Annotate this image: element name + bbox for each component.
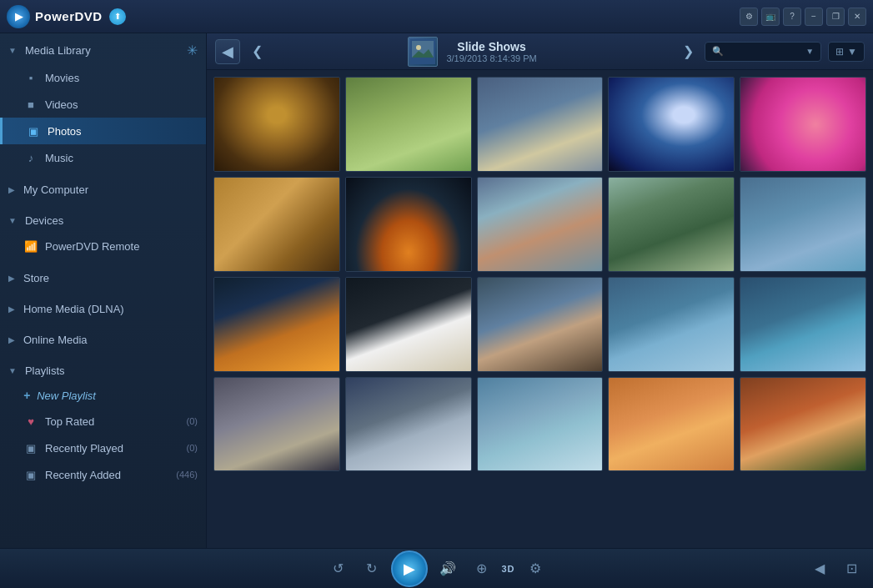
view-toggle-button[interactable]: ⊞ ▼ [828, 42, 865, 62]
photo-item[interactable] [477, 277, 604, 372]
heart-icon: ♥ [23, 414, 38, 429]
photo-item[interactable] [213, 377, 340, 472]
settings-btn[interactable]: ⚙ [740, 8, 758, 26]
remote-icon: 📶 [23, 239, 38, 254]
close-btn[interactable]: ✕ [848, 8, 866, 26]
bottombar: ↺ ↻ ▶ 🔊 ⊕ 3D ⚙ ◀ ⊡ [0, 548, 873, 588]
content-area: ◀ ❮ Slide Shows 3/19/2013 8:14:39 PM ❯ [207, 33, 873, 548]
sidebar-section-devices[interactable]: ▼ Devices [0, 209, 206, 233]
expand-arrow-online-media: ▶ [8, 335, 15, 344]
app-logo: ▶ [7, 5, 30, 28]
expand-icon[interactable]: ◀ [806, 555, 833, 582]
photo-item[interactable] [608, 277, 735, 372]
sidebar-section-playlists[interactable]: ▼ Playlists [0, 359, 206, 383]
rewind-button[interactable]: ↺ [324, 555, 351, 582]
sidebar-item-new-playlist[interactable]: + New Playlist [0, 383, 206, 408]
playlists-section: ▼ Playlists + New Playlist ♥ Top Rated (… [0, 355, 206, 491]
expand-arrow-playlists: ▼ [8, 366, 17, 375]
tv-mode-btn[interactable]: 📺 [761, 8, 780, 26]
content-toolbar: ◀ ❮ Slide Shows 3/19/2013 8:14:39 PM ❯ [207, 33, 873, 70]
photo-item[interactable] [477, 177, 604, 272]
next-button[interactable]: ❯ [678, 42, 698, 62]
sidebar-item-home-media[interactable]: ▶ Home Media (DLNA) [0, 297, 206, 321]
sidebar-section-media-library[interactable]: ▼ Media Library ✳ [0, 37, 206, 64]
photo-item[interactable] [740, 277, 866, 372]
sidebar-item-top-rated[interactable]: ♥ Top Rated (0) [0, 408, 206, 435]
recently-added-icon: ▣ [23, 467, 38, 482]
3d-badge[interactable]: 3D [501, 564, 514, 574]
photo-item[interactable] [477, 77, 604, 172]
photo-item[interactable] [213, 77, 340, 172]
loading-icon: ✳ [187, 43, 198, 58]
content-date: 3/19/2013 8:14:39 PM [446, 53, 536, 63]
view-dropdown-icon[interactable]: ▼ [847, 46, 857, 58]
photo-item[interactable] [608, 77, 735, 172]
photo-item[interactable] [608, 177, 735, 272]
help-btn[interactable]: ? [783, 8, 801, 26]
expand-arrow-home-media: ▶ [8, 304, 15, 314]
expand-arrow-media-library: ▼ [8, 46, 17, 55]
sidebar-item-recently-played[interactable]: ▣ Recently Played (0) [0, 435, 206, 461]
photo-item[interactable] [608, 377, 735, 472]
expand-arrow-my-computer: ▶ [8, 185, 15, 194]
media-library-section: ▼ Media Library ✳ ▪ Movies ■ Videos ▣ Ph… [0, 33, 206, 174]
movies-icon: ▪ [23, 70, 38, 85]
content-info: Slide Shows 3/19/2013 8:14:39 PM [273, 37, 671, 67]
restore-btn[interactable]: ❐ [826, 8, 845, 26]
store-section: ▶ Store [0, 263, 206, 294]
window-controls: ⚙ 📺 ? − ❐ ✕ [740, 8, 866, 26]
photo-item[interactable] [213, 177, 340, 272]
photo-item[interactable] [345, 277, 472, 372]
sidebar-item-movies[interactable]: ▪ Movies [0, 64, 206, 91]
prev-button[interactable]: ❮ [247, 42, 267, 62]
minimize-btn[interactable]: − [805, 8, 823, 26]
settings-playback-button[interactable]: ⚙ [522, 555, 549, 582]
my-computer-section: ▶ My Computer [0, 174, 206, 205]
sidebar-item-store[interactable]: ▶ Store [0, 266, 206, 290]
photos-icon: ▣ [26, 123, 41, 138]
search-icon: 🔍 [712, 46, 724, 57]
content-info-text: Slide Shows 3/19/2013 8:14:39 PM [446, 40, 536, 63]
expand-arrow-store: ▶ [8, 274, 15, 283]
sidebar-item-recently-added[interactable]: ▣ Recently Added (446) [0, 461, 206, 488]
videos-icon: ■ [23, 97, 38, 112]
photo-item[interactable] [345, 377, 472, 472]
recently-played-icon: ▣ [23, 440, 38, 455]
photo-item[interactable] [477, 377, 604, 472]
sidebar-item-my-computer[interactable]: ▶ My Computer [0, 178, 206, 202]
photo-item[interactable] [345, 77, 472, 172]
plus-icon: + [23, 389, 30, 402]
sidebar-item-online-media[interactable]: ▶ Online Media [0, 328, 206, 352]
volume-button[interactable]: 🔊 [434, 555, 461, 582]
update-icon[interactable]: ⬆ [109, 8, 126, 25]
photo-item[interactable] [213, 277, 340, 372]
photo-item[interactable] [345, 177, 472, 272]
sidebar-item-photos[interactable]: ▣ Photos [0, 118, 206, 144]
bottom-right-controls: ◀ ⊡ [806, 555, 865, 582]
grid-view-icon: ⊞ [835, 46, 844, 58]
back-button[interactable]: ◀ [215, 39, 240, 64]
search-dropdown-icon[interactable]: ▼ [805, 47, 814, 56]
layout-icon[interactable]: ⊡ [838, 555, 865, 582]
main-layout: ▼ Media Library ✳ ▪ Movies ■ Videos ▣ Ph… [0, 33, 873, 548]
app-name: PowerDVD [35, 9, 103, 23]
expand-arrow-devices: ▼ [8, 216, 17, 225]
content-thumbnail [408, 37, 438, 67]
home-media-section: ▶ Home Media (DLNA) [0, 294, 206, 324]
online-media-section: ▶ Online Media [0, 324, 206, 355]
search-input[interactable] [727, 46, 802, 58]
titlebar: ▶ PowerDVD ⬆ ⚙ 📺 ? − ❐ ✕ [0, 0, 873, 33]
photo-item[interactable] [740, 177, 866, 272]
photo-item[interactable] [740, 77, 866, 172]
forward-button[interactable]: ↻ [358, 555, 384, 582]
sidebar-item-music[interactable]: ♪ Music [0, 144, 206, 171]
devices-section: ▼ Devices 📶 PowerDVD Remote [0, 205, 206, 263]
sidebar-item-videos[interactable]: ■ Videos [0, 91, 206, 118]
content-title: Slide Shows [446, 40, 536, 53]
sidebar-item-powerdvd-remote[interactable]: 📶 PowerDVD Remote [0, 233, 206, 259]
play-button[interactable]: ▶ [391, 550, 428, 587]
sidebar: ▼ Media Library ✳ ▪ Movies ■ Videos ▣ Ph… [0, 33, 207, 548]
zoom-button[interactable]: ⊕ [468, 555, 494, 582]
photo-item[interactable] [740, 377, 866, 472]
search-box[interactable]: 🔍 ▼ [705, 42, 821, 62]
